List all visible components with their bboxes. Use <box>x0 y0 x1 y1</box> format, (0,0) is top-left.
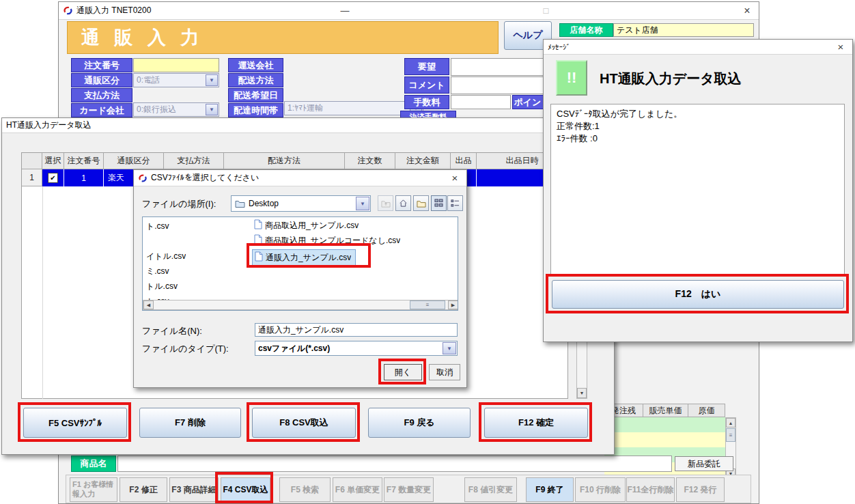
file-list-hscrollbar[interactable]: ◀ ≡ ▶ <box>143 300 458 310</box>
maximize-button: □ <box>538 5 553 16</box>
product-name-label: 商品名 <box>71 456 116 472</box>
col-header-select: 選択 <box>42 153 64 169</box>
close-icon[interactable]: × <box>447 172 462 184</box>
grid-header-hanbai-tanka: 販売単価 <box>643 404 688 417</box>
row-select-checkbox[interactable]: ✔ <box>48 173 58 183</box>
file-item-truncated[interactable]: トル.csv <box>146 281 178 292</box>
fkey-f8-discount: F8 値引変更 <box>464 477 517 502</box>
function-key-bar: F1 お客様情報入力 F2 修正 F3 商品詳細 F4 CSV取込 F5 検索 … <box>66 475 751 503</box>
col-header-rownum <box>22 153 42 169</box>
file-list[interactable]: ト.csv イトル.csv ミ.csv トル.csv ト.csv 商品取込用_サ… <box>142 216 458 311</box>
file-item-selected[interactable]: 通販入力_サンプル.csv <box>252 249 356 266</box>
fkey-f6-unit-price: F6 単価変更 <box>333 477 382 502</box>
message-heading: HT通販入力データ取込 <box>600 70 742 88</box>
message-window-title: ﾒｯｾｰｼﾞ <box>548 43 570 51</box>
close-icon[interactable]: × <box>740 5 755 17</box>
dropdown-arrow-icon[interactable]: ▼ <box>206 104 218 115</box>
message-line: CSVﾃﾞｰﾀ取込が完了しました。 <box>557 108 839 120</box>
delivery-method-label: 配送方法 <box>228 73 283 87</box>
fkey-f10-delete-row: F10 行削除 <box>575 477 626 502</box>
main-titlebar: 通販入力 TNET0200 — □ × <box>59 2 759 20</box>
dropdown-arrow-icon[interactable]: ▼ <box>443 342 456 354</box>
scroll-thumb[interactable]: ≡ <box>726 428 735 442</box>
fkey-f9-exit[interactable]: F9 終了 <box>526 477 574 502</box>
dialog-toolbar <box>378 195 462 211</box>
f12-yes-button[interactable]: F12 はい <box>552 280 844 309</box>
f7-delete-button[interactable]: F7 削除 <box>139 408 241 438</box>
scroll-right-icon[interactable]: ▶ <box>448 300 458 309</box>
store-name-value: テスト店舗 <box>613 23 754 37</box>
filetype-select[interactable]: csvファイル(*.csv) ▼ <box>255 341 458 356</box>
f5-csv-sample-button[interactable]: F5 CSVｻﾝﾌﾟﾙ <box>23 408 127 438</box>
fee-input[interactable] <box>451 95 511 109</box>
product-name-input[interactable] <box>117 456 672 472</box>
list-view-icon[interactable] <box>447 195 463 211</box>
main-window-title: 通販入力 TNET0200 <box>76 5 151 16</box>
dropdown-arrow-icon[interactable]: ▼ <box>206 74 218 86</box>
scroll-left-icon[interactable]: ◀ <box>143 300 154 309</box>
scroll-thumb[interactable]: ≡ <box>410 300 445 309</box>
payment-method-select[interactable]: 0:銀行振込 ▼ <box>133 102 219 117</box>
delivery-time-label: 配達時間帯 <box>228 103 283 117</box>
file-location-select[interactable]: Desktop ▼ <box>231 195 371 212</box>
details-view-icon[interactable] <box>431 195 447 211</box>
file-item[interactable]: 商品取込用_サンプルコードなし.csv <box>254 234 400 247</box>
grid-row <box>604 432 725 448</box>
message-body: CSVﾃﾞｰﾀ取込が完了しました。 正常件数:1 ｴﾗｰ件数 :0 <box>550 104 845 275</box>
mailorder-type-select[interactable]: 0:電話 ▼ <box>133 73 219 87</box>
grid-row <box>604 417 725 433</box>
row-select-cell[interactable]: ✔ <box>42 169 64 186</box>
minimize-button[interactable]: — <box>337 5 352 16</box>
file-item-truncated[interactable]: イトル.csv <box>146 251 186 262</box>
fkey-f5-search: F5 検索 <box>279 477 331 502</box>
folder-icon <box>235 199 245 208</box>
close-icon[interactable]: × <box>833 41 848 53</box>
file-location-label: ファイルの場所(I): <box>142 197 216 211</box>
message-line: 正常件数:1 <box>557 120 839 132</box>
col-header-delivery: 配送方法 <box>224 153 345 169</box>
fkey-f3-product-detail[interactable]: F3 商品詳細 <box>169 477 219 502</box>
home-icon[interactable] <box>395 195 411 211</box>
ht-window-title: HT通販入力データ取込 <box>6 120 92 131</box>
comment-label: コメント <box>404 76 449 94</box>
dialog-title: CSVﾌｧｲﾙを選択してください <box>151 172 259 184</box>
fkey-f2-edit[interactable]: F2 修正 <box>120 477 167 502</box>
f9-back-button[interactable]: F9 戻る <box>368 408 471 438</box>
fkey-f1-customer-info: F1 お客様情報入力 <box>70 477 117 502</box>
app-icon <box>63 5 73 16</box>
col-header-category: 通販区分 <box>104 153 164 169</box>
file-item-truncated[interactable]: ト.csv <box>146 221 169 232</box>
f8-csv-import-button[interactable]: F8 CSV取込 <box>252 408 356 438</box>
col-header-order-no: 注文番号 <box>64 153 104 169</box>
new-consignment-button[interactable]: 新品委託 <box>675 456 733 471</box>
dropdown-arrow-icon[interactable]: ▼ <box>356 197 369 210</box>
exclamation-icon: !! <box>556 60 587 96</box>
row-number-gutter <box>22 186 43 399</box>
file-item-truncated[interactable]: ミ.csv <box>146 266 169 277</box>
document-icon <box>255 251 263 264</box>
message-line: ｴﾗｰ件数 :0 <box>557 132 839 145</box>
fkey-f12-issue: F12 発行 <box>676 477 725 502</box>
store-name-label: 店舗名称 <box>559 23 613 37</box>
cancel-button[interactable]: 取消 <box>429 364 460 380</box>
fkey-f7-quantity: F7 数量変更 <box>384 477 434 502</box>
fkey-f4-csv-import[interactable]: F4 CSV取込 <box>221 477 270 502</box>
request-label: 要望 <box>404 58 449 75</box>
scroll-up-icon[interactable]: ▲ <box>726 418 735 428</box>
message-titlebar: ﾒｯｾｰｼﾞ × <box>544 40 852 55</box>
open-button[interactable]: 開く <box>384 364 422 380</box>
up-folder-icon <box>378 195 393 211</box>
delivery-date-label: 配送希望日 <box>228 88 283 102</box>
order-no-input[interactable] <box>133 58 219 72</box>
scroll-down-icon[interactable]: ▼ <box>577 388 587 398</box>
order-no-label: 注文番号 <box>71 58 132 72</box>
payment-method-label: 支払方法 <box>71 88 132 102</box>
carrier-label: 運送会社 <box>228 58 283 72</box>
file-item[interactable]: 商品取込用_サンプル.csv <box>254 219 359 232</box>
fkey-f11-delete-all: F11全行削除 <box>626 477 675 502</box>
csv-file-dialog: CSVﾌｧｲﾙを選択してください × ファイルの場所(I): Desktop ▼… <box>133 169 467 388</box>
row-order-no-cell[interactable]: 1 <box>64 169 104 186</box>
filename-input[interactable]: 通販入力_サンプル.csv <box>255 323 458 337</box>
new-folder-icon[interactable] <box>413 195 429 211</box>
f12-confirm-button[interactable]: F12 確定 <box>484 408 588 438</box>
